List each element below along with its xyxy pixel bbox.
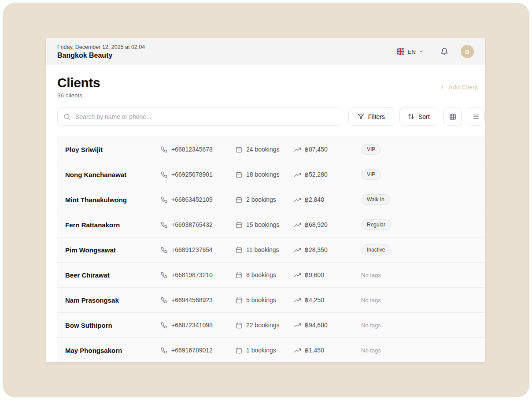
- tag-badge: Walk In: [361, 194, 390, 205]
- table-row[interactable]: May Phongsakorn+669167890121 bookings฿1,…: [57, 338, 485, 362]
- calendar-icon: [236, 146, 242, 153]
- filters-label: Filters: [368, 113, 385, 120]
- table-row[interactable]: Nong Kanchanawat+6692567890118 bookings฿…: [57, 162, 485, 187]
- client-tags: VIP: [361, 144, 485, 155]
- phone-icon: [161, 222, 167, 228]
- add-client-button[interactable]: + Add Client: [440, 83, 478, 91]
- client-name: May Phongsakorn: [65, 347, 161, 354]
- no-tags-label: No tags: [361, 347, 381, 354]
- chevron-down-icon: [419, 48, 424, 55]
- client-bookings: 22 bookings: [236, 322, 294, 329]
- sort-label: Sort: [418, 113, 430, 120]
- phone-icon: [161, 171, 167, 178]
- calendar-icon: [236, 222, 242, 228]
- trending-up-icon: [294, 297, 301, 304]
- phone-icon: [161, 247, 167, 253]
- client-phone: +66891237654: [161, 246, 236, 253]
- trending-up-icon: [294, 272, 301, 278]
- client-revenue: ฿52,280: [294, 171, 361, 178]
- client-name: Bow Suthiporn: [65, 322, 161, 329]
- client-bookings: 8 bookings: [236, 271, 294, 278]
- client-revenue: ฿68,920: [294, 221, 361, 228]
- client-name: Nong Kanchanawat: [65, 171, 161, 178]
- search-input[interactable]: [74, 113, 336, 121]
- notifications-button[interactable]: [440, 48, 448, 56]
- client-revenue: ฿1,450: [294, 347, 361, 354]
- client-revenue: ฿87,450: [294, 146, 361, 153]
- phone-icon: [161, 347, 167, 354]
- client-revenue: ฿9,600: [294, 271, 361, 278]
- client-tags: No tags: [361, 321, 485, 329]
- language-label: EN: [407, 48, 416, 55]
- tag-badge: Regular: [361, 219, 391, 230]
- client-bookings: 1 bookings: [236, 347, 294, 354]
- phone-icon: [161, 196, 167, 203]
- client-phone: +66872341098: [161, 322, 236, 329]
- avatar[interactable]: B: [461, 45, 474, 58]
- table-row[interactable]: Beer Chirawat+668198732108 bookings฿9,60…: [57, 263, 485, 288]
- top-bar-left: Friday, December 12, 2025 at 02:04 Bangk…: [57, 44, 145, 59]
- trending-up-icon: [294, 347, 301, 354]
- client-list: Ploy Sriwijit+6681234567824 bookings฿87,…: [57, 137, 485, 362]
- client-count: 36 clients: [57, 92, 100, 99]
- table-row[interactable]: Ploy Sriwijit+6681234567824 bookings฿87,…: [57, 137, 485, 162]
- client-name: Beer Chirawat: [65, 271, 161, 279]
- app-window: Friday, December 12, 2025 at 02:04 Bangk…: [46, 38, 485, 362]
- calendar-icon: [236, 171, 242, 178]
- client-tags: No tags: [361, 296, 485, 304]
- app-name: Bangkok Beauty: [57, 52, 145, 59]
- table-row[interactable]: Pim Wongsawat+6689123765411 bookings฿28,…: [57, 237, 485, 263]
- client-name: Ploy Sriwijit: [65, 146, 161, 153]
- search-box[interactable]: [57, 107, 342, 126]
- list-icon: [473, 113, 480, 120]
- trending-up-icon: [294, 247, 301, 253]
- grid-icon: [449, 113, 456, 120]
- calendar-icon: [236, 272, 242, 278]
- client-revenue: ฿94,680: [294, 322, 361, 329]
- client-revenue: ฿2,840: [294, 196, 361, 203]
- client-name: Nam Prasongsak: [65, 296, 161, 304]
- trending-up-icon: [294, 322, 301, 329]
- sort-button[interactable]: Sort: [399, 107, 438, 126]
- toolbar: Filters Sort: [57, 107, 485, 126]
- phone-icon: [161, 272, 167, 278]
- trending-up-icon: [294, 222, 301, 228]
- table-row[interactable]: Fern Rattanakorn+6693876543215 bookings฿…: [57, 212, 485, 237]
- client-name: Mint Thanakulwong: [65, 196, 161, 204]
- table-row[interactable]: Bow Suthiporn+6687234109822 bookings฿94,…: [57, 313, 485, 338]
- phone-icon: [161, 322, 167, 329]
- no-tags-label: No tags: [361, 272, 381, 278]
- language-selector[interactable]: EN: [397, 48, 424, 55]
- client-bookings: 15 bookings: [236, 221, 294, 228]
- client-phone: +66863452109: [161, 196, 236, 203]
- page-header: Clients 36 clients + Add Client: [57, 75, 485, 99]
- client-bookings: 2 bookings: [236, 196, 294, 203]
- tag-badge: VIP: [361, 144, 381, 155]
- phone-icon: [161, 146, 167, 153]
- client-tags: No tags: [361, 271, 485, 279]
- add-client-label: Add Client: [448, 84, 478, 91]
- tag-badge: Inactive: [361, 244, 391, 255]
- sort-arrows-icon: [408, 113, 414, 120]
- client-name: Pim Wongsawat: [65, 246, 161, 254]
- client-phone: +66819873210: [161, 271, 236, 278]
- table-row[interactable]: Nam Prasongsak+669445689235 bookings฿4,2…: [57, 288, 485, 313]
- search-icon: [63, 113, 70, 120]
- client-bookings: 24 bookings: [236, 146, 294, 153]
- top-bar: Friday, December 12, 2025 at 02:04 Bangk…: [46, 38, 485, 65]
- page-background: Friday, December 12, 2025 at 02:04 Bangk…: [3, 3, 529, 397]
- client-revenue: ฿4,250: [294, 296, 361, 304]
- tag-badge: VIP: [361, 169, 381, 180]
- list-view-button[interactable]: [467, 107, 485, 126]
- client-bookings: 5 bookings: [236, 296, 294, 304]
- table-row[interactable]: Mint Thanakulwong+668634521092 bookings฿…: [57, 187, 485, 212]
- no-tags-label: No tags: [361, 322, 381, 329]
- client-revenue: ฿28,350: [294, 246, 361, 253]
- calendar-icon: [236, 297, 242, 304]
- grid-view-button[interactable]: [443, 107, 462, 126]
- current-datetime: Friday, December 12, 2025 at 02:04: [57, 44, 145, 50]
- client-tags: Regular: [361, 219, 485, 230]
- filters-button[interactable]: Filters: [348, 107, 394, 126]
- bell-icon: [440, 48, 448, 56]
- trending-up-icon: [294, 146, 301, 153]
